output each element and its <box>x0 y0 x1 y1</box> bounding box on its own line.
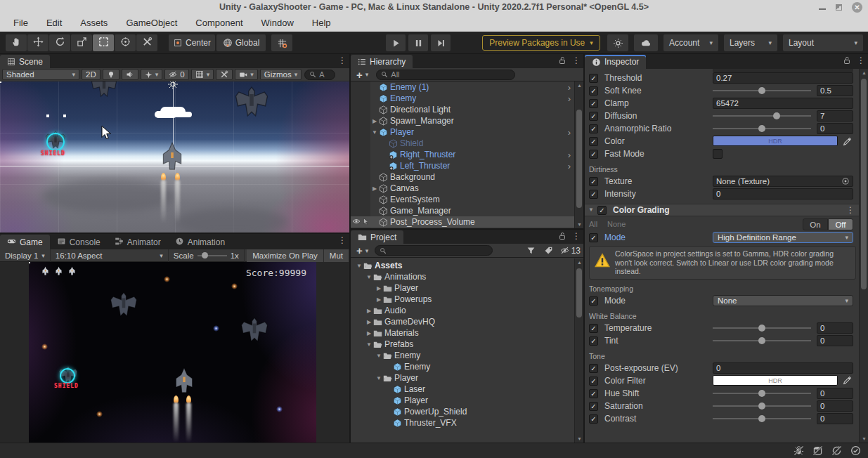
filter-by-label-icon[interactable] <box>544 246 553 255</box>
project-scrollbar[interactable]: ▲ ▼ <box>574 259 583 443</box>
prefab-open-arrow[interactable]: › <box>568 127 571 138</box>
saturation-slider[interactable] <box>713 400 811 412</box>
mode-enabled-checkbox[interactable]: ✓ <box>589 296 598 306</box>
refresh-disabled-icon[interactable] <box>831 445 842 458</box>
clamp-enabled-checkbox[interactable]: ✓ <box>589 99 598 108</box>
create-asset-button[interactable]: +▾ <box>353 245 372 256</box>
tint-enabled-checkbox[interactable]: ✓ <box>589 336 598 346</box>
fast-mode-checkbox[interactable] <box>713 149 723 159</box>
project-item-enemy[interactable]: Enemy <box>351 361 583 372</box>
custom-tools-button[interactable] <box>136 34 157 51</box>
post-exposure-ev-field[interactable]: 0 <box>713 362 853 374</box>
color-filter-color-swatch[interactable]: HDR <box>713 375 838 386</box>
eyedropper-icon[interactable] <box>841 375 853 386</box>
tab-animator[interactable]: Animator <box>108 235 168 249</box>
inspector-scroll-thumb[interactable] <box>861 79 867 289</box>
scale-tool-button[interactable] <box>71 34 92 51</box>
scene-kebab-menu-icon[interactable]: ⋮ <box>338 55 346 65</box>
hierarchy-item-enemy[interactable]: Enemy› <box>351 93 583 104</box>
expander[interactable]: ▼ <box>355 263 363 269</box>
clamp-field[interactable]: 65472 <box>713 98 853 109</box>
expander[interactable]: ▼ <box>375 353 383 359</box>
toggle-none-label[interactable]: None <box>607 220 626 228</box>
slider-thumb[interactable] <box>758 337 765 344</box>
soft-knee-value-field[interactable]: 0.5 <box>817 85 853 96</box>
toggle-all-label[interactable]: All <box>589 220 597 228</box>
display-dropdown[interactable]: Display 1▾ <box>0 249 51 262</box>
scene-effects-dropdown[interactable]: ▾ <box>141 69 163 80</box>
project-item-player[interactable]: ▶Player <box>351 282 583 294</box>
hierarchy-item-spawn-manager[interactable]: ▶Spawn_Manager <box>351 115 583 126</box>
saturation-enabled-checkbox[interactable]: ✓ <box>589 402 598 411</box>
panel-divider[interactable] <box>583 54 585 443</box>
aspect-dropdown[interactable]: 16:10 Aspect▾ <box>51 249 169 262</box>
slider-thumb[interactable] <box>758 390 765 397</box>
menu-assets[interactable]: Assets <box>72 15 115 30</box>
scene-audio-button[interactable] <box>122 69 138 80</box>
expander[interactable]: ▶ <box>365 319 373 325</box>
scene-search-input[interactable]: A <box>304 70 335 80</box>
hierarchy-item-background[interactable]: Background <box>351 171 583 183</box>
slider-thumb[interactable] <box>758 325 765 332</box>
on-button[interactable]: On <box>803 218 828 230</box>
hue-shift-value-field[interactable]: 0 <box>817 388 853 399</box>
saturation-value-field[interactable]: 0 <box>817 400 853 412</box>
expander[interactable]: ▶ <box>375 296 383 303</box>
hierarchy-item-game-manager[interactable]: Game_Manager <box>351 205 583 216</box>
filter-by-type-icon[interactable] <box>526 246 536 255</box>
cloud-button[interactable] <box>634 34 658 51</box>
expander[interactable]: ▶ <box>375 285 383 292</box>
anamorphic-ratio-slider[interactable] <box>713 123 811 134</box>
expander[interactable]: ▶ <box>370 118 379 124</box>
project-kebab-menu-icon[interactable]: ⋮ <box>572 231 581 241</box>
activity-button[interactable] <box>607 34 628 51</box>
hand-tool-button[interactable] <box>6 34 27 51</box>
tab-project[interactable]: Project <box>351 230 403 244</box>
transform-tool-button[interactable] <box>115 34 136 51</box>
fast-mode-enabled-checkbox[interactable]: ✓ <box>589 150 598 159</box>
project-item-assets[interactable]: ▼Assets <box>351 260 583 271</box>
minimize-button[interactable] <box>819 8 826 10</box>
scene-viewport[interactable]: SHIELD <box>0 81 349 234</box>
color-enabled-checkbox[interactable]: ✓ <box>589 137 598 146</box>
hierarchy-scroll-thumb[interactable] <box>576 110 582 208</box>
gizmos-dropdown[interactable]: Gizmos▾ <box>260 69 302 80</box>
lock-icon[interactable] <box>843 56 851 65</box>
rect-tool-button[interactable] <box>93 34 114 51</box>
menu-help[interactable]: Help <box>304 15 339 30</box>
account-dropdown[interactable]: Account▾ <box>663 34 718 51</box>
expander[interactable]: ▼ <box>365 341 373 348</box>
scene-lighting-button[interactable] <box>103 69 119 80</box>
menu-edit[interactable]: Edit <box>39 15 70 30</box>
effect-enabled-checkbox[interactable]: ✓ <box>597 206 607 215</box>
visibility-eye-icon[interactable] <box>352 217 361 228</box>
contrast-slider[interactable] <box>713 413 811 424</box>
project-item-powerups[interactable]: ▶Powerups <box>351 294 583 305</box>
tab-inspector[interactable]: Inspector <box>585 55 646 69</box>
project-item-animations[interactable]: ▼Animations <box>351 271 583 282</box>
hierarchy-item-player[interactable]: ▼Player› <box>351 126 583 138</box>
slider-thumb[interactable] <box>758 87 765 94</box>
panel-divider[interactable] <box>0 233 349 234</box>
expander[interactable]: ▶ <box>370 185 379 192</box>
2d-toggle-button[interactable]: 2D <box>82 69 101 80</box>
hue-shift-enabled-checkbox[interactable]: ✓ <box>589 389 598 398</box>
mode-dropdown[interactable]: None▾ <box>713 295 853 306</box>
mode-dropdown[interactable]: High Definition Range▾ <box>713 232 853 243</box>
lock-icon[interactable] <box>558 56 566 65</box>
expander[interactable]: ▼ <box>365 274 373 280</box>
effect-header-color-grading[interactable]: ▼✓Color Grading⋮ <box>585 204 860 216</box>
scale-thumb[interactable] <box>202 252 208 259</box>
hierarchy-item-directional-light[interactable]: Directional Light <box>351 104 583 115</box>
intensity-enabled-checkbox[interactable]: ✓ <box>589 190 598 199</box>
diffusion-value-field[interactable]: 7 <box>817 110 853 122</box>
panel-divider[interactable] <box>349 54 351 443</box>
tab-scene[interactable]: Scene <box>0 55 50 68</box>
expander[interactable]: ▼ <box>370 129 379 136</box>
step-button[interactable] <box>431 34 451 51</box>
menu-window[interactable]: Window <box>254 15 302 30</box>
scene-grid-dropdown[interactable]: ▾ <box>191 69 214 80</box>
hierarchy-item-eventsystem[interactable]: EventSystem <box>351 194 583 205</box>
inspector-scrollbar[interactable]: ▲ ▼ <box>859 69 868 443</box>
shading-mode-dropdown[interactable]: Shaded▾ <box>2 69 79 80</box>
